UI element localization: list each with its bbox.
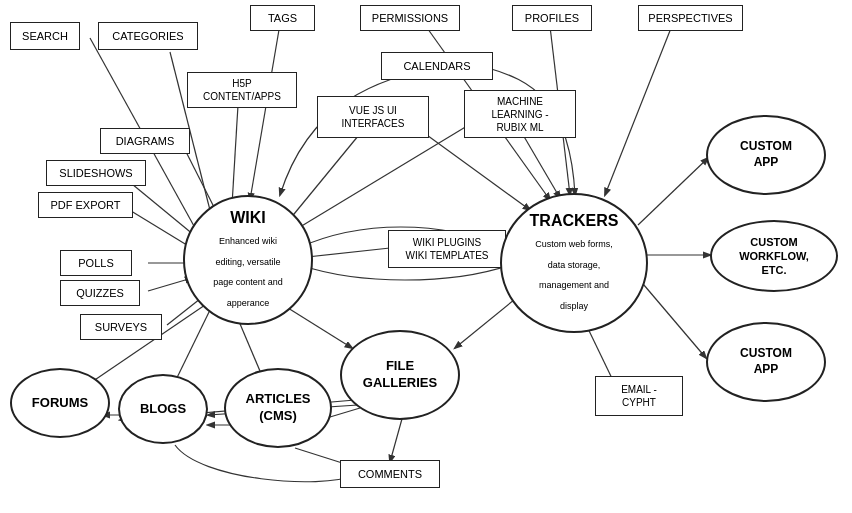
svg-line-20	[455, 295, 520, 348]
forums-node: FORUMS	[10, 368, 110, 438]
svg-line-2	[250, 18, 281, 200]
comments-node: COMMENTS	[340, 460, 440, 488]
svg-line-14	[420, 130, 530, 210]
quizzes-node: QUIZZES	[60, 280, 140, 306]
svg-line-19	[288, 308, 352, 348]
wiki-plugins-node: WIKI PLUGINSWIKI TEMPLATES	[388, 230, 506, 268]
ml-node: MACHINELEARNING -RUBIX ML	[464, 90, 576, 138]
calendars-node: CALENDARS	[381, 52, 493, 80]
articles-node: ARTICLES(CMS)	[224, 368, 332, 448]
svg-line-34	[638, 278, 706, 358]
blogs-node: BLOGS	[118, 374, 208, 444]
pdf-export-node: PDF EXPORT	[38, 192, 133, 218]
file-galleries-node: FILEGALLERIES	[340, 330, 460, 420]
email-cypht-node: EMAIL -CYPHT	[595, 376, 683, 416]
svg-line-32	[638, 158, 708, 225]
perspectives-node: PERSPECTIVES	[638, 5, 743, 31]
slideshows-node: SLIDESHOWS	[46, 160, 146, 186]
custom-workflow-node: CUSTOMWORKFLOW,ETC.	[710, 220, 838, 292]
categories-node: CATEGORIES	[98, 22, 198, 50]
tags-node: TAGS	[250, 5, 315, 31]
profiles-node: PROFILES	[512, 5, 592, 31]
polls-node: POLLS	[60, 250, 132, 276]
svg-line-5	[605, 18, 675, 195]
diagrams-node: DIAGRAMS	[100, 128, 190, 154]
surveys-node: SURVEYS	[80, 314, 162, 340]
wiki-node: WIKI Enhanced wikiediting, versatilepage…	[183, 195, 313, 325]
custom-app2-node: CUSTOMAPP	[706, 322, 826, 402]
search-node: SEARCH	[10, 22, 80, 50]
custom-app1-node: CUSTOMAPP	[706, 115, 826, 195]
vuejs-node: VUE JS UIINTERFACES	[317, 96, 429, 138]
permissions-node: PERMISSIONS	[360, 5, 460, 31]
svg-line-6	[232, 105, 238, 205]
h5p-node: H5PCONTENT/APPS	[187, 72, 297, 108]
trackers-node: TRACKERS Custom web forms,data storage,m…	[500, 193, 648, 333]
svg-line-13	[285, 130, 363, 225]
svg-line-15	[519, 128, 560, 198]
